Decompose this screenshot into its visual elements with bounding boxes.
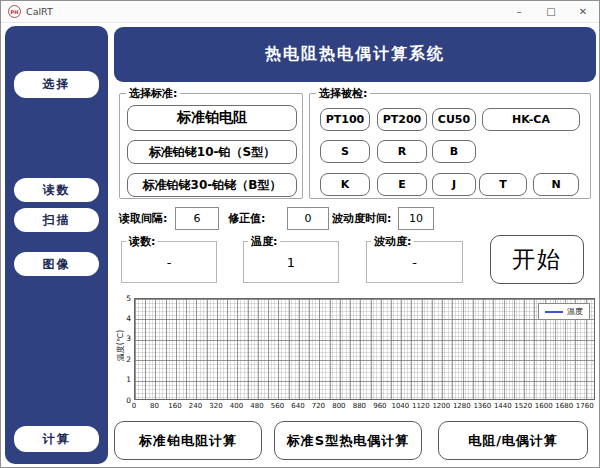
device-button-k[interactable]: K [320, 173, 370, 196]
plot-area: 温度 [134, 298, 595, 400]
device-button-hk-ca[interactable]: HK-CA [482, 108, 580, 131]
standard-group: 选择标准: 标准铂电阻 标准铂铑10-铂（S型） 标准铂铑30-铂铑（B型） [119, 93, 303, 199]
device-button-s[interactable]: S [320, 140, 370, 163]
close-icon[interactable]: ✕ [567, 1, 599, 22]
reading-value: - [122, 242, 216, 282]
y-tick-label: 3 [119, 334, 131, 343]
device-button-b[interactable]: B [432, 140, 476, 163]
fluctuation-value: - [367, 242, 462, 282]
y-tick-label: 5 [119, 294, 131, 303]
legend-label: 温度 [567, 306, 583, 317]
page-title: 热电阻热电偶计算系统 [114, 27, 596, 82]
device-button-r[interactable]: R [377, 140, 427, 163]
device-button-pt200[interactable]: PT200 [377, 108, 427, 131]
window-controls: – □ ✕ [503, 1, 599, 22]
sidebar-item-scan[interactable]: 扫描 [14, 208, 99, 232]
title-bar: PH CalRT – □ ✕ [1, 1, 599, 23]
maximize-icon[interactable]: □ [535, 1, 567, 22]
chart-legend: 温度 [538, 303, 590, 320]
start-button[interactable]: 开始 [490, 235, 584, 284]
device-group: 选择被检: PT100 PT200 CU50 HK-CA S R B K E J… [309, 93, 591, 199]
standard-pt-resistance-button[interactable]: 标准铂电阻 [127, 105, 297, 131]
resistance-thermocouple-calc-button[interactable]: 电阻/电偶计算 [438, 421, 588, 460]
sidebar-item-reading[interactable]: 读数 [14, 178, 99, 202]
x-tick-label: 1760 [570, 402, 600, 410]
app-icon-glyph: PH [11, 9, 19, 15]
device-button-e[interactable]: E [377, 173, 427, 196]
standard-pt-resistance-calc-button[interactable]: 标准铂电阻计算 [114, 421, 262, 460]
standard-s-thermocouple-calc-button[interactable]: 标准S型热电偶计算 [274, 421, 422, 460]
fluctuation-time-input[interactable] [398, 207, 434, 230]
window-title: CalRT [26, 6, 53, 17]
device-group-label: 选择被检: [316, 86, 370, 101]
y-axis-label: 温度(℃) [115, 316, 126, 376]
device-button-pt100[interactable]: PT100 [320, 108, 370, 131]
fluctuation-box: 波动度: - [366, 241, 463, 283]
read-interval-input[interactable] [175, 207, 219, 230]
standard-group-label: 选择标准: [126, 86, 180, 101]
device-button-t[interactable]: T [479, 173, 527, 196]
minimize-icon[interactable]: – [503, 1, 535, 22]
sidebar-item-calculate[interactable]: 计算 [14, 426, 99, 452]
correction-input[interactable] [287, 207, 329, 230]
device-button-n[interactable]: N [533, 173, 579, 196]
y-tick-label: 1 [119, 375, 131, 384]
device-button-cu50[interactable]: CU50 [432, 108, 476, 131]
app-window: PH CalRT – □ ✕ 选择 读数 扫描 图像 计算 热电阻热电偶计算系统… [0, 0, 600, 468]
sidebar-item-select[interactable]: 选择 [14, 71, 99, 98]
sidebar-item-image[interactable]: 图像 [14, 252, 99, 276]
temperature-chart: 温度(℃) 温度 012345 080160240320400480560640… [116, 293, 596, 415]
legend-line [545, 311, 563, 313]
temperature-value: 1 [244, 242, 338, 282]
standard-b-type-button[interactable]: 标准铂铑30-铂铑（B型） [127, 173, 297, 197]
y-tick-label: 2 [119, 355, 131, 364]
read-interval-label: 读取间隔: [119, 211, 167, 226]
temperature-box: 温度: 1 [243, 241, 339, 283]
device-button-j[interactable]: J [432, 173, 476, 196]
reading-box: 读数: - [121, 241, 217, 283]
y-tick-label: 4 [119, 314, 131, 323]
correction-label: 修正值: [228, 211, 265, 226]
sidebar: 选择 读数 扫描 图像 计算 [5, 26, 108, 464]
app-icon: PH [8, 5, 21, 18]
standard-s-type-button[interactable]: 标准铂铑10-铂（S型） [127, 140, 297, 164]
fluctuation-time-label: 波动度时间: [332, 211, 391, 226]
